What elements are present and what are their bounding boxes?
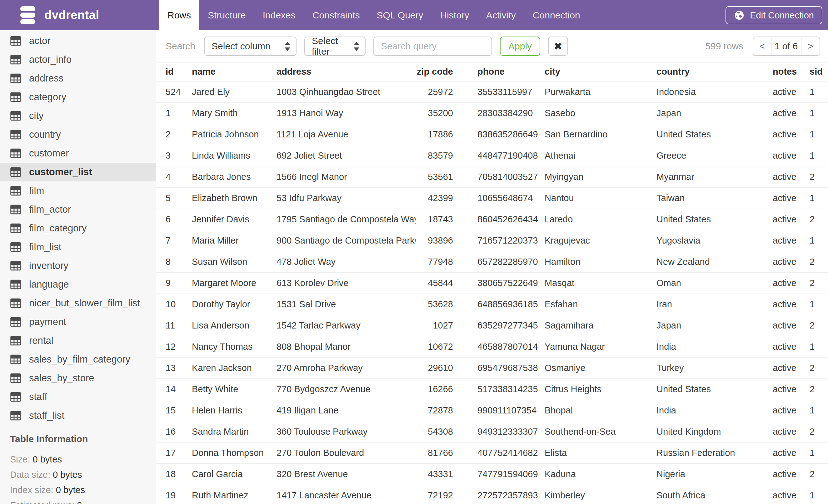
- sidebar-item-label: sales_by_store: [29, 372, 94, 384]
- table-row[interactable]: 8Susan Wilson478 Joliet Way7794865728228…: [156, 251, 828, 272]
- sidebar-item-film-actor[interactable]: film_actor: [0, 200, 156, 219]
- table-row[interactable]: 14Betty White770 Bydgoszcz Avenue1626651…: [156, 378, 828, 400]
- table-row[interactable]: 3Linda Williams692 Joliet Street83579448…: [156, 145, 828, 166]
- tab-connection[interactable]: Connection: [524, 0, 589, 30]
- select-arrows-icon: [354, 42, 359, 51]
- table-row[interactable]: 7Maria Miller900 Santiago de Compostela …: [156, 230, 828, 251]
- column-header-name[interactable]: name: [192, 62, 276, 81]
- sidebar-item-customer[interactable]: customer: [0, 144, 156, 163]
- column-header-address[interactable]: address: [276, 62, 416, 81]
- tab-rows[interactable]: Rows: [159, 0, 199, 30]
- cell-address: 270 Amroha Parkway: [276, 357, 416, 378]
- sidebar-item-film-list[interactable]: film_list: [0, 238, 156, 257]
- cell-zip-code: 54308: [416, 421, 477, 442]
- column-header-country[interactable]: country: [656, 62, 772, 81]
- table-row[interactable]: 19Ruth Martinez1417 Lancaster Avenue7219…: [156, 485, 828, 504]
- sidebar-item-staff[interactable]: staff: [0, 387, 156, 406]
- cell-country: India: [656, 336, 772, 357]
- table-row[interactable]: 16Sandra Martin360 Toulouse Parkway54308…: [156, 421, 828, 442]
- table-row[interactable]: 1Mary Smith1913 Hanoi Way352002830338429…: [156, 102, 828, 124]
- table-row[interactable]: 2Patricia Johnson1121 Loja Avenue1788683…: [156, 124, 828, 145]
- sidebar-item-film[interactable]: film: [0, 181, 156, 200]
- cell-name: Patricia Johnson: [192, 124, 276, 145]
- edit-connection-button[interactable]: Edit Connection: [726, 6, 822, 25]
- table-row[interactable]: 6Jennifer Davis1795 Santiago de Composte…: [156, 209, 828, 230]
- sidebar-item-sales-by-film-category[interactable]: sales_by_film_category: [0, 350, 156, 369]
- sidebar-item-address[interactable]: address: [0, 69, 156, 88]
- apply-button[interactable]: Apply: [500, 37, 540, 56]
- table-row[interactable]: 15Helen Harris419 Iligan Lane72878990911…: [156, 400, 828, 421]
- sidebar-item-sales-by-store[interactable]: sales_by_store: [0, 369, 156, 387]
- cell-id: 524: [156, 81, 192, 102]
- tab-structure[interactable]: Structure: [199, 0, 254, 30]
- cell-sid: 1: [809, 442, 828, 463]
- table-row[interactable]: 5Elizabeth Brown53 Idfu Parkway423991065…: [156, 187, 828, 209]
- sidebar-item-staff-list[interactable]: staff_list: [0, 406, 156, 425]
- sidebar-item-country[interactable]: country: [0, 125, 156, 144]
- sidebar-item-city[interactable]: city: [0, 106, 156, 125]
- sidebar-item-film-category[interactable]: film_category: [0, 219, 156, 238]
- cell-country: Russian Federation: [656, 442, 772, 463]
- cell-sid: 1: [809, 293, 828, 315]
- column-header-zip-code[interactable]: zip code: [416, 62, 477, 81]
- sidebar-item-actor[interactable]: actor: [0, 32, 156, 50]
- cell-id: 19: [156, 485, 192, 504]
- tab-activity[interactable]: Activity: [478, 0, 524, 30]
- sidebar-item-label: rental: [29, 335, 53, 346]
- column-header-phone[interactable]: phone: [477, 62, 544, 81]
- column-header-city[interactable]: city: [544, 62, 656, 81]
- sidebar-item-customer-list[interactable]: customer_list: [0, 163, 156, 181]
- column-header-sid[interactable]: sid: [809, 62, 828, 81]
- cell-city: Hamilton: [544, 251, 656, 272]
- tab-constraints[interactable]: Constraints: [304, 0, 368, 30]
- cell-notes: active: [772, 145, 809, 166]
- prev-page-button[interactable]: <: [753, 37, 772, 55]
- cell-phone: 35533115997: [477, 81, 544, 102]
- table-icon: [10, 279, 21, 289]
- table-icon: [10, 204, 21, 215]
- table-icon: [10, 111, 21, 121]
- table-row[interactable]: 13Karen Jackson270 Amroha Parkway2961069…: [156, 357, 828, 378]
- sidebar-item-label: payment: [29, 316, 66, 328]
- row-count: 599 rows: [705, 41, 743, 51]
- table-row[interactable]: 12Nancy Thomas808 Bhopal Manor1067246588…: [156, 336, 828, 357]
- column-header-id[interactable]: id: [156, 62, 192, 81]
- sidebar-item-label: inventory: [29, 260, 69, 271]
- column-select[interactable]: Select column: [204, 37, 296, 56]
- table-row[interactable]: 18Carol Garcia320 Brest Avenue4333174779…: [156, 463, 828, 485]
- cell-sid: 2: [809, 272, 828, 293]
- column-header-notes[interactable]: notes: [772, 62, 809, 81]
- table-row[interactable]: 10Dorothy Taylor1531 Sal Drive5362864885…: [156, 293, 828, 315]
- info-estimated-rows: Estimated rows: 0: [10, 498, 147, 504]
- table-row[interactable]: 524Jared Ely1003 Qinhuangdao Street25972…: [156, 81, 828, 102]
- cell-phone: 648856936185: [477, 293, 544, 315]
- cell-country: Iran: [656, 293, 772, 315]
- table-icon: [10, 92, 21, 102]
- sidebar-item-nicer-but-slower-film-list[interactable]: nicer_but_slower_film_list: [0, 294, 156, 313]
- tab-indexes[interactable]: Indexes: [254, 0, 304, 30]
- sidebar-item-actor-info[interactable]: actor_info: [0, 50, 156, 69]
- cell-sid: 2: [809, 209, 828, 230]
- cell-phone: 28303384290: [477, 102, 544, 124]
- cell-id: 12: [156, 336, 192, 357]
- cell-country: United Kingdom: [656, 421, 772, 442]
- next-page-button[interactable]: >: [801, 37, 820, 55]
- filter-select[interactable]: Select filter: [304, 37, 366, 56]
- search-query-input[interactable]: [373, 37, 492, 56]
- sidebar-item-label: customer: [29, 148, 69, 159]
- tab-sql-query[interactable]: SQL Query: [368, 0, 432, 30]
- sidebar-item-language[interactable]: language: [0, 275, 156, 294]
- cell-address: 53 Idfu Parkway: [276, 187, 416, 209]
- table-row[interactable]: 17Donna Thompson270 Toulon Boulevard8176…: [156, 442, 828, 463]
- sidebar-item-rental[interactable]: rental: [0, 331, 156, 350]
- cell-id: 5: [156, 187, 192, 209]
- sidebar-item-category[interactable]: category: [0, 88, 156, 106]
- table-row[interactable]: 11Lisa Anderson1542 Tarlac Parkway102763…: [156, 315, 828, 336]
- sidebar-item-payment[interactable]: payment: [0, 313, 156, 331]
- table-row[interactable]: 4Barbara Jones1566 Inegl Manor5356170581…: [156, 166, 828, 187]
- tab-history[interactable]: History: [432, 0, 478, 30]
- clear-filter-button[interactable]: ✖: [548, 37, 568, 56]
- cell-city: Athenai: [544, 145, 656, 166]
- sidebar-item-inventory[interactable]: inventory: [0, 257, 156, 275]
- table-row[interactable]: 9Margaret Moore613 Korolev Drive45844380…: [156, 272, 828, 293]
